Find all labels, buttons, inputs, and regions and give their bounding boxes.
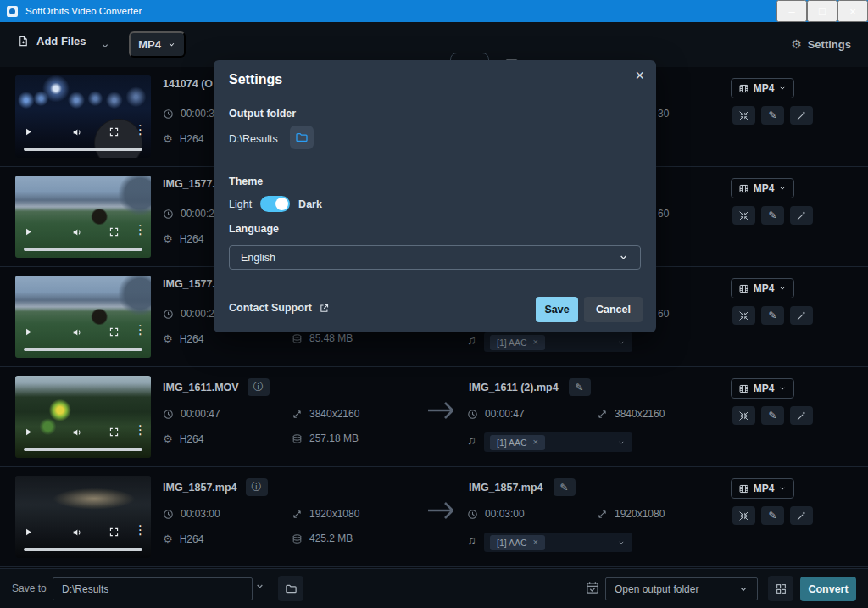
contact-support-link[interactable]: Contact Support <box>229 302 330 314</box>
save-button[interactable]: Save <box>536 297 578 322</box>
fullscreen-icon[interactable] <box>108 226 120 237</box>
row-format-label: MP4 <box>754 82 775 94</box>
row-format-dropdown[interactable]: MP4 <box>731 78 794 98</box>
thumbnail-menu-icon[interactable]: ⋮ <box>134 523 147 536</box>
volume-icon[interactable] <box>71 427 83 438</box>
fullscreen-icon[interactable] <box>108 427 120 438</box>
chevron-down-icon <box>738 584 748 594</box>
compress-button[interactable] <box>732 406 755 425</box>
chevron-down-icon[interactable] <box>617 438 626 447</box>
close-window-button[interactable]: × <box>837 0 868 22</box>
edit-button[interactable]: ✎ <box>761 506 784 525</box>
play-icon[interactable] <box>23 226 34 237</box>
playback-progress-bar[interactable] <box>24 248 142 251</box>
save-to-path-value: D:\Results <box>62 583 108 595</box>
playback-progress-bar[interactable] <box>24 448 142 451</box>
remove-audio-icon[interactable]: × <box>533 337 538 347</box>
edit-button[interactable]: ✎ <box>761 406 784 425</box>
merge-grid-button[interactable] <box>768 576 793 601</box>
enhance-button[interactable] <box>790 206 813 225</box>
fullscreen-icon[interactable] <box>108 126 120 137</box>
minimize-button[interactable]: – <box>776 0 807 22</box>
audio-track-chip[interactable]: [1] AAC× <box>490 435 545 450</box>
dialog-close-button[interactable]: × <box>635 67 644 85</box>
audio-track-selector[interactable]: [1] AAC× <box>484 332 632 352</box>
cancel-button[interactable]: Cancel <box>584 297 643 322</box>
browse-folder-button[interactable] <box>278 576 303 601</box>
audio-track-chip[interactable]: [1] AAC× <box>490 335 545 350</box>
settings-button[interactable]: ⚙ Settings <box>791 37 851 51</box>
maximize-button[interactable]: □ <box>807 0 837 22</box>
enhance-button[interactable] <box>790 506 813 525</box>
schedule-icon[interactable] <box>585 580 600 595</box>
volume-icon[interactable] <box>71 226 83 238</box>
thumbnail-menu-icon[interactable]: ⋮ <box>134 423 147 436</box>
rename-button[interactable]: ✎ <box>554 478 576 496</box>
volume-icon[interactable] <box>71 126 83 138</box>
add-files-button[interactable]: Add Files <box>17 35 86 47</box>
row-format-dropdown[interactable]: MP4 <box>731 478 794 499</box>
play-icon[interactable] <box>23 427 34 438</box>
play-icon[interactable] <box>23 326 34 337</box>
chevron-down-icon <box>618 252 629 263</box>
global-format-dropdown[interactable]: MP4 <box>129 31 186 58</box>
target-resolution-fragment: 60 <box>658 208 669 220</box>
codec-icon: ⚙ <box>163 232 173 245</box>
edit-button[interactable]: ✎ <box>761 206 784 225</box>
row-format-label: MP4 <box>754 182 775 194</box>
choose-output-folder-button[interactable] <box>290 126 314 149</box>
audio-track-selector[interactable]: [1] AAC× <box>484 533 632 552</box>
theme-light-label: Light <box>229 198 252 210</box>
video-thumbnail: ⋮ <box>15 376 151 458</box>
thumbnail-menu-icon[interactable]: ⋮ <box>134 323 147 336</box>
music-note-icon: ♫ <box>467 534 476 546</box>
fullscreen-icon[interactable] <box>108 326 120 337</box>
magic-wand-icon <box>796 210 807 221</box>
thumbnail-menu-icon[interactable]: ⋮ <box>134 223 147 236</box>
playback-progress-bar[interactable] <box>24 548 142 551</box>
remove-audio-icon[interactable]: × <box>533 438 538 447</box>
fullscreen-icon[interactable] <box>108 527 120 538</box>
theme-toggle[interactable] <box>260 196 290 212</box>
chevron-down-icon[interactable] <box>617 538 626 547</box>
enhance-button[interactable] <box>790 306 813 325</box>
source-size: 425.2 MB <box>309 533 353 544</box>
add-files-chevron-icon[interactable] <box>100 41 110 51</box>
play-icon[interactable] <box>23 527 34 538</box>
thumbnail-menu-icon[interactable]: ⋮ <box>134 123 147 136</box>
volume-icon[interactable] <box>71 527 83 538</box>
file-info-button[interactable]: ⓘ <box>246 478 268 496</box>
volume-icon[interactable] <box>71 326 83 338</box>
compress-button[interactable] <box>732 106 755 125</box>
play-icon[interactable] <box>23 126 34 137</box>
save-to-path-input[interactable]: D:\Results <box>53 577 253 600</box>
row-format-dropdown[interactable]: MP4 <box>731 278 794 298</box>
after-conversion-dropdown[interactable]: Open output folder <box>605 577 758 600</box>
source-file-name: IMG_1611.MOV <box>163 382 239 393</box>
source-duration: 00:00:2 <box>181 308 214 320</box>
save-to-dropdown-chevron-icon[interactable] <box>254 581 265 592</box>
enhance-button[interactable] <box>790 106 813 125</box>
audio-track-selector[interactable]: [1] AAC× <box>484 432 632 452</box>
film-icon <box>738 83 749 94</box>
target-file-name: IMG_1611 (2).mp4 <box>469 382 559 393</box>
compress-button[interactable] <box>732 206 755 225</box>
compress-button[interactable] <box>732 306 755 325</box>
audio-track-chip[interactable]: [1] AAC× <box>490 535 545 550</box>
row-format-dropdown[interactable]: MP4 <box>731 378 794 399</box>
playback-progress-bar[interactable] <box>24 148 142 151</box>
compress-button[interactable] <box>732 506 755 525</box>
rename-button[interactable]: ✎ <box>569 378 591 396</box>
playback-progress-bar[interactable] <box>24 348 142 351</box>
language-select[interactable]: English <box>229 245 641 270</box>
enhance-button[interactable] <box>790 406 813 425</box>
convert-button[interactable]: Convert <box>800 577 856 601</box>
row-format-dropdown[interactable]: MP4 <box>731 178 794 198</box>
edit-button[interactable]: ✎ <box>761 106 784 125</box>
edit-button[interactable]: ✎ <box>761 306 784 325</box>
row-format-label: MP4 <box>754 382 775 394</box>
chevron-down-icon[interactable] <box>617 338 626 347</box>
save-to-label: Save to <box>12 583 47 594</box>
remove-audio-icon[interactable]: × <box>533 538 538 547</box>
file-info-button[interactable]: ⓘ <box>248 378 270 396</box>
